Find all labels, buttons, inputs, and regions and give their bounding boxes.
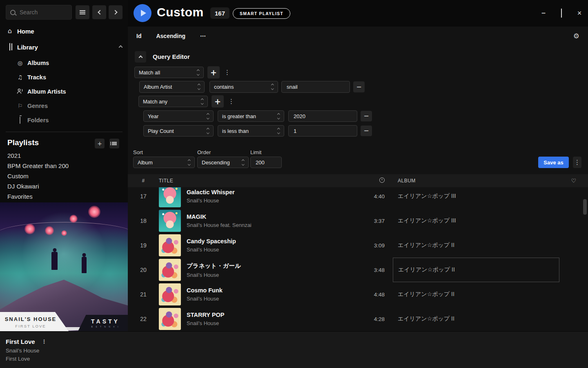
minimize-button[interactable]: − — [541, 9, 546, 18]
menu-button[interactable] — [76, 5, 89, 19]
rule-field-select[interactable]: Year — [143, 110, 214, 122]
chevron-left-icon — [98, 10, 102, 14]
column-title[interactable]: TITLE — [159, 178, 348, 184]
track-number: 21 — [128, 291, 159, 298]
playlist-list-button[interactable] — [109, 139, 119, 148]
albums-label: Albums — [27, 60, 49, 66]
remove-rule-button[interactable]: − — [361, 126, 372, 136]
track-album[interactable]: エイリアン☆ポップ III — [393, 209, 559, 233]
playlist-item[interactable]: BPM Greater than 200 — [7, 162, 69, 169]
search-box[interactable] — [6, 5, 72, 20]
sidebar-item-home[interactable]: ⌂ Home — [6, 27, 34, 35]
rule-field-select[interactable]: Play Count — [143, 125, 214, 137]
add-subrule-button[interactable]: + — [212, 95, 224, 108]
limit-input[interactable] — [255, 159, 277, 166]
save-as-button[interactable]: Save as — [538, 157, 569, 168]
match-all-select[interactable]: Match all — [134, 67, 204, 78]
album-art-thumbnail — [159, 259, 181, 281]
rule-field-value: Play Count — [148, 128, 174, 134]
album-art-thumbnail — [159, 308, 181, 330]
now-playing-album: First Love — [6, 356, 30, 362]
tracks-icon: ♫ — [16, 74, 24, 80]
sort-field[interactable]: Id — [136, 33, 141, 39]
close-button[interactable]: × — [577, 9, 582, 18]
playlist-item[interactable]: 2021 — [7, 152, 21, 159]
column-album[interactable]: ALBUM — [393, 178, 559, 184]
figure-silhouette — [82, 257, 87, 273]
playlist-header: Custom 167 SMART PLAYLIST − × — [128, 0, 588, 27]
track-duration: 4:40 — [348, 193, 385, 200]
track-duration: 3:09 — [348, 242, 385, 249]
track-row[interactable]: 17 Galactic Whisper Snail’s House 4:40 エ… — [128, 187, 588, 209]
settings-gear-icon[interactable]: ⚙ — [573, 33, 579, 40]
sort-select[interactable]: Album — [133, 157, 195, 168]
playlist-item[interactable]: Favorites — [7, 193, 33, 200]
sidebar-item-album-artists[interactable]: Album Artists — [16, 88, 66, 95]
add-rule-button[interactable]: + — [207, 66, 220, 79]
now-playing-menu-icon[interactable]: ⋮ — [42, 339, 47, 344]
track-album-focused[interactable]: エイリアン☆ポップ II — [393, 258, 559, 282]
track-artist: Snail’s House — [187, 296, 223, 302]
page-title: Custom — [157, 5, 204, 19]
rule-operator-select[interactable]: contains — [209, 81, 278, 93]
rule-value-input[interactable] — [286, 83, 345, 90]
track-row[interactable]: 22 STARRY POP Snail’s House 4:28 エイリアン☆ポ… — [128, 307, 588, 331]
track-row[interactable]: 20 プラネット・ガール Snail’s House 3:48 エイリアン☆ポッ… — [128, 258, 588, 282]
add-playlist-button[interactable]: + — [95, 139, 105, 148]
plus-icon: + — [210, 69, 217, 76]
limit-label: Limit — [250, 149, 261, 155]
rule-group-menu-icon[interactable]: ⋮ — [224, 70, 230, 76]
query-editor-collapse-button[interactable] — [135, 51, 146, 63]
scrollbar-thumb[interactable] — [583, 199, 587, 215]
cover-label: TASTY — [91, 318, 120, 325]
play-playlist-button[interactable] — [134, 4, 151, 22]
save-menu-button[interactable]: ⋮ — [573, 157, 581, 168]
sidebar-item-tracks[interactable]: ♫ Tracks — [16, 74, 46, 81]
sidebar-item-albums[interactable]: ◎ Albums — [16, 59, 49, 67]
rule-operator-select[interactable]: is less than — [218, 125, 284, 137]
nav-forward-button[interactable] — [109, 5, 122, 19]
subgroup-menu-icon[interactable]: ⋮ — [228, 99, 234, 105]
track-album[interactable]: エイリアン☆ポップ II — [393, 307, 559, 331]
album-art-thumbnail — [159, 210, 181, 232]
track-title: Galactic Whisper — [187, 189, 235, 195]
playlist-item[interactable]: DJ Okawari — [7, 183, 39, 190]
limit-input-wrap — [250, 157, 282, 168]
track-number: 17 — [128, 193, 159, 200]
remove-rule-button[interactable]: − — [361, 111, 372, 121]
select-arrows-icon — [278, 114, 280, 119]
playlist-item[interactable]: Custom — [7, 173, 29, 180]
track-row[interactable]: 19 Candy Spaceship Snail’s House 3:09 エイ… — [128, 233, 588, 258]
track-row[interactable]: 21 Cosmo Funk Snail’s House 4:48 エイリアン☆ポ… — [128, 282, 588, 307]
more-options-icon[interactable]: ⋯ — [200, 33, 206, 39]
maximize-button[interactable] — [559, 9, 564, 18]
sidebar-item-genres[interactable]: ⚐ Genres — [16, 102, 48, 110]
albums-icon: ◎ — [16, 60, 24, 66]
search-input[interactable] — [19, 9, 67, 16]
track-row[interactable]: 18 MAGIK Snail’s House feat. Sennzai 3:3… — [128, 209, 588, 233]
column-duration[interactable] — [348, 177, 385, 184]
rule-field-select[interactable]: Album Artist — [139, 81, 205, 93]
collapse-chevron-icon[interactable] — [119, 45, 123, 49]
column-favorite[interactable]: ♡ — [559, 178, 588, 184]
track-number: 19 — [128, 242, 159, 249]
match-any-select[interactable]: Match any — [138, 96, 208, 107]
rule-value-input[interactable] — [293, 128, 353, 135]
sort-direction[interactable]: Ascending — [156, 33, 185, 39]
match-all-value: Match all — [139, 70, 160, 76]
artist-icon — [16, 88, 24, 95]
nav-back-button[interactable] — [92, 5, 106, 19]
rule-operator-select[interactable]: is greater than — [218, 110, 284, 122]
cover-label-sub: B S T N N X I — [91, 325, 120, 328]
column-number[interactable]: # — [128, 178, 159, 184]
track-album[interactable]: エイリアン☆ポップ II — [393, 233, 559, 258]
album-artists-label: Album Artists — [27, 88, 66, 95]
sidebar-item-library[interactable]: Library — [6, 43, 122, 51]
track-album[interactable]: エイリアン☆ポップ II — [393, 282, 559, 307]
hamburger-icon — [80, 9, 85, 15]
order-select[interactable]: Descending — [197, 157, 249, 168]
sidebar-item-folders[interactable]: Folders — [16, 117, 49, 124]
remove-rule-button[interactable]: − — [353, 81, 365, 92]
track-album[interactable]: エイリアン☆ポップ III — [393, 187, 559, 209]
rule-value-input[interactable] — [293, 113, 353, 120]
